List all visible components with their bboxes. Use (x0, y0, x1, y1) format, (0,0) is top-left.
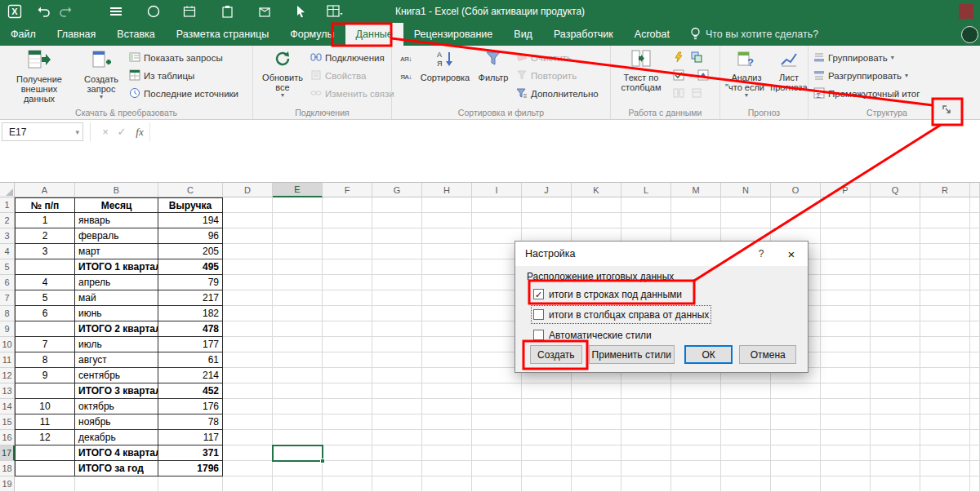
cell-D4[interactable] (223, 244, 273, 259)
row-header-1[interactable]: 1 (0, 197, 15, 213)
cell-Q12[interactable] (871, 368, 920, 383)
insert-function-button[interactable]: fx (130, 126, 149, 139)
cell-A19[interactable] (15, 476, 75, 492)
row-header-19[interactable]: 19 (0, 476, 15, 492)
cell-H17[interactable] (422, 445, 472, 461)
cell-I15[interactable] (472, 414, 522, 430)
cell-H4[interactable] (422, 244, 472, 259)
cell-P16[interactable] (821, 430, 871, 445)
cell-E18[interactable] (273, 461, 323, 476)
cell-G14[interactable] (372, 399, 422, 414)
row-header-17[interactable]: 17 (0, 445, 15, 461)
cell-E11[interactable] (273, 352, 323, 368)
checkbox-summary-columns[interactable]: итоги в столбцах справа от данных (533, 308, 709, 321)
remove-duplicates-icon[interactable] (691, 51, 702, 64)
sort-button[interactable]: АЯ Сортировка (420, 49, 470, 82)
cell-G8[interactable] (372, 306, 422, 321)
cell-R3[interactable] (920, 228, 970, 244)
cell-Q18[interactable] (871, 461, 920, 476)
cell-P11[interactable] (821, 352, 871, 368)
excel-logo[interactable]: X (7, 3, 23, 20)
cell-Q8[interactable] (871, 306, 920, 321)
cell-R5[interactable] (920, 259, 970, 275)
connections-button[interactable]: Подключения (310, 50, 385, 66)
cell-R11[interactable] (920, 352, 970, 368)
cell-D3[interactable] (223, 228, 273, 244)
cell-O18[interactable] (771, 461, 821, 476)
column-header-K[interactable]: K (572, 183, 621, 197)
cell-B3[interactable]: февраль (75, 228, 158, 244)
cell-F16[interactable] (323, 430, 372, 445)
cell-C18[interactable]: 1796 (158, 461, 223, 476)
row-header-13[interactable]: 13 (0, 383, 15, 399)
get-external-data-button[interactable]: Получение внешних данных (5, 49, 74, 104)
tab-insert[interactable]: Вставка (106, 23, 165, 46)
cell-P7[interactable] (821, 290, 871, 306)
cell-N14[interactable] (721, 399, 771, 414)
cell-K15[interactable] (572, 414, 621, 430)
cell-F12[interactable] (323, 368, 372, 383)
column-header-O[interactable]: O (771, 183, 821, 197)
cell-B5[interactable]: ИТОГО 1 квартал (75, 259, 158, 275)
sort-ascending-button[interactable]: АЯ↓ (396, 51, 416, 67)
ok-button[interactable]: ОК (684, 345, 733, 364)
cell-K18[interactable] (572, 461, 621, 476)
cell-P10[interactable] (821, 337, 871, 352)
cell-G15[interactable] (372, 414, 422, 430)
cell-M18[interactable] (671, 461, 721, 476)
cell-P12[interactable] (821, 368, 871, 383)
cell-O14[interactable] (771, 399, 821, 414)
cell-D8[interactable] (223, 306, 273, 321)
cell-P4[interactable] (821, 244, 871, 259)
cell-F7[interactable] (323, 290, 372, 306)
column-header-I[interactable]: I (472, 183, 522, 197)
cell-D5[interactable] (223, 259, 273, 275)
cell-D15[interactable] (223, 414, 273, 430)
cell-A18[interactable] (15, 461, 75, 476)
cell-R17[interactable] (920, 445, 970, 461)
cell-D13[interactable] (223, 383, 273, 399)
column-header-J[interactable]: J (522, 183, 572, 197)
cell-E8[interactable] (273, 306, 323, 321)
cell-I19[interactable] (472, 476, 522, 492)
cell-E5[interactable] (273, 259, 323, 275)
cell-B13[interactable]: ИТОГО 3 квартал (75, 383, 158, 399)
cell-A16[interactable]: 12 (15, 430, 75, 445)
cell-E16[interactable] (273, 430, 323, 445)
cell-G9[interactable] (372, 321, 422, 337)
cell-G18[interactable] (372, 461, 422, 476)
formula-input[interactable] (149, 122, 980, 141)
cell-A12[interactable]: 9 (15, 368, 75, 383)
column-header-E[interactable]: E (273, 183, 323, 197)
cell-D14[interactable] (223, 399, 273, 414)
cell-G4[interactable] (372, 244, 422, 259)
close-button[interactable] (959, 4, 973, 19)
cell-B10[interactable]: июль (75, 337, 158, 352)
cell-F14[interactable] (323, 399, 372, 414)
cell-C3[interactable]: 96 (158, 228, 223, 244)
cell-C9[interactable]: 478 (158, 321, 223, 337)
cell-G10[interactable] (372, 337, 422, 352)
relationships-icon[interactable] (673, 87, 684, 100)
cell-E3[interactable] (273, 228, 323, 244)
cell-O17[interactable] (771, 445, 821, 461)
cell-M1[interactable] (671, 197, 721, 213)
cell-A8[interactable]: 6 (15, 306, 75, 321)
cell-H13[interactable] (422, 383, 472, 399)
column-header-Q[interactable]: Q (871, 183, 920, 197)
cell-M2[interactable] (671, 213, 721, 228)
cell-F5[interactable] (323, 259, 372, 275)
from-table-button[interactable]: Из таблицы (129, 68, 194, 84)
cell-C12[interactable]: 214 (158, 368, 223, 383)
clipboard-icon[interactable] (219, 3, 235, 20)
subtotal-button[interactable]: Σ Промежуточный итог (813, 86, 920, 102)
cell-Q14[interactable] (871, 399, 920, 414)
cell-J16[interactable] (522, 430, 572, 445)
cell-H14[interactable] (422, 399, 472, 414)
cell-F19[interactable] (323, 476, 372, 492)
cell-C19[interactable] (158, 476, 223, 492)
cell-F9[interactable] (323, 321, 372, 337)
cell-R6[interactable] (920, 275, 970, 290)
cell-B19[interactable] (75, 476, 158, 492)
cursor-icon[interactable] (292, 3, 309, 20)
